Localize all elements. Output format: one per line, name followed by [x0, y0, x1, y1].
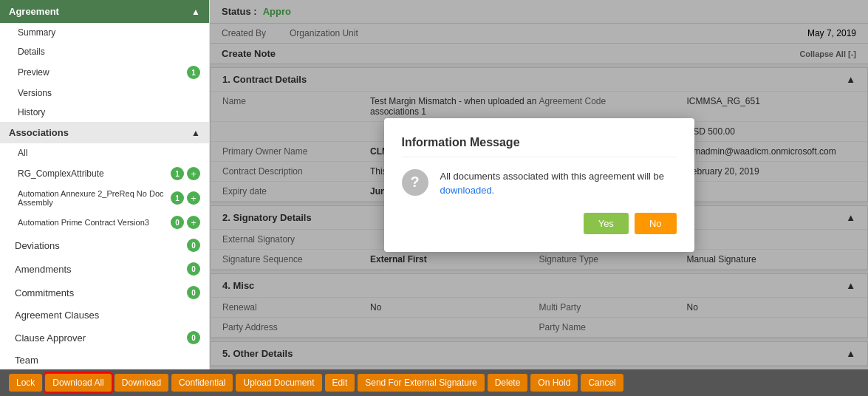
amendments-label: Amendments [15, 264, 72, 275]
main-content: Status : Appro Created By Organization U… [210, 0, 868, 369]
modal-yes-button[interactable]: Yes [584, 213, 629, 234]
modal-title: Information Message [402, 136, 677, 157]
download-all-button[interactable]: Download All [45, 374, 111, 392]
sidebar-item-preview[interactable]: Preview 1 [0, 61, 209, 83]
sidebar-item-history[interactable]: History [0, 103, 209, 122]
sidebar-item-versions[interactable]: Versions [0, 83, 209, 103]
rg-complex-badges: 1 + [168, 167, 200, 180]
automation-annexure-badges: 1 + [168, 191, 200, 205]
rg-complex-label: RG_ComplexAttribute [18, 168, 104, 179]
deviations-label: Deviations [15, 240, 60, 251]
automation-prime-badges: 0 + [168, 216, 200, 229]
modal-no-button[interactable]: No [635, 213, 677, 234]
sidebar-item-agreement-clauses[interactable]: Agreement Clauses [0, 304, 209, 326]
lock-button[interactable]: Lock [9, 374, 42, 392]
download-button[interactable]: Download [115, 374, 168, 392]
sidebar-item-deviations[interactable]: Deviations 0 [0, 233, 209, 257]
sidebar-item-all[interactable]: All [0, 143, 209, 163]
sidebar-item-versions-label: Versions [18, 88, 52, 98]
amendments-badge: 0 [187, 262, 200, 276]
sidebar: Agreement ▲ Summary Details Preview 1 Ve… [0, 0, 210, 369]
all-label: All [18, 148, 27, 158]
sidebar-item-preview-label: Preview [18, 67, 49, 78]
sidebar-item-details[interactable]: Details [0, 42, 209, 61]
team-label: Team [15, 355, 38, 366]
sidebar-item-clause-approver[interactable]: Clause Approver 0 [0, 326, 209, 349]
sidebar-collapse-icon: ▲ [191, 7, 200, 17]
main-area: Agreement ▲ Summary Details Preview 1 Ve… [0, 0, 868, 369]
associations-section-header[interactable]: Associations ▲ [0, 122, 209, 143]
preview-badge: 1 [187, 66, 200, 79]
sidebar-item-team[interactable]: Team [0, 349, 209, 369]
commitments-badge: 0 [187, 286, 200, 299]
automation-prime-plus[interactable]: + [187, 216, 200, 229]
delete-button[interactable]: Delete [488, 374, 528, 392]
modal-actions: Yes No [402, 213, 677, 234]
deviations-badge: 0 [187, 239, 200, 252]
modal-overlay: Information Message ? All documents asso… [210, 0, 868, 369]
automation-prime-badge: 0 [171, 216, 184, 229]
cancel-button[interactable]: Cancel [581, 374, 623, 392]
associations-label: Associations [9, 127, 69, 138]
agreement-clauses-label: Agreement Clauses [15, 310, 99, 321]
app-container: Agreement ▲ Summary Details Preview 1 Ve… [0, 0, 868, 396]
sidebar-item-automation-annexure[interactable]: Automation Annexure 2_PreReq No Doc Asse… [0, 185, 209, 211]
automation-annexure-plus[interactable]: + [187, 191, 200, 205]
modal-question-icon: ? [402, 169, 428, 196]
sidebar-item-automation-prime[interactable]: Automation Prime Contract Version3 0 + [0, 211, 209, 233]
sidebar-item-history-label: History [18, 107, 45, 117]
modal-message-highlight: downloaded. [440, 185, 495, 196]
modal-body: ? All documents associated with this agr… [402, 169, 677, 198]
clause-approver-badge: 0 [187, 331, 200, 344]
edit-button[interactable]: Edit [325, 374, 355, 392]
rg-complex-plus[interactable]: + [187, 167, 200, 180]
rg-complex-badge: 1 [171, 167, 184, 180]
send-external-signature-button[interactable]: Send For External Signature [358, 374, 484, 392]
confidential-button[interactable]: Confidential [171, 374, 233, 392]
automation-prime-label: Automation Prime Contract Version3 [18, 218, 149, 227]
associations-chevron: ▲ [191, 128, 200, 138]
sidebar-item-commitments[interactable]: Commitments 0 [0, 281, 209, 304]
sidebar-item-summary[interactable]: Summary [0, 23, 209, 42]
commitments-label: Commitments [15, 287, 74, 298]
sidebar-item-amendments[interactable]: Amendments 0 [0, 257, 209, 281]
automation-annexure-label: Automation Annexure 2_PreReq No Doc Asse… [18, 189, 168, 207]
modal-message-part1: All documents associated with this agree… [440, 171, 664, 182]
sidebar-item-summary-label: Summary [18, 27, 55, 38]
sidebar-item-details-label: Details [18, 47, 45, 57]
clause-approver-label: Clause Approver [15, 332, 86, 344]
information-modal: Information Message ? All documents asso… [384, 118, 694, 252]
sidebar-item-rg-complex[interactable]: RG_ComplexAttribute 1 + [0, 163, 209, 185]
on-hold-button[interactable]: On Hold [530, 374, 578, 392]
bottom-toolbar: Lock Download All Download Confidential … [0, 369, 868, 396]
upload-document-button[interactable]: Upload Document [236, 374, 321, 392]
modal-message: All documents associated with this agree… [440, 169, 677, 198]
automation-annexure-badge: 1 [171, 191, 184, 205]
sidebar-header[interactable]: Agreement ▲ [0, 0, 209, 23]
sidebar-title: Agreement [9, 6, 59, 17]
